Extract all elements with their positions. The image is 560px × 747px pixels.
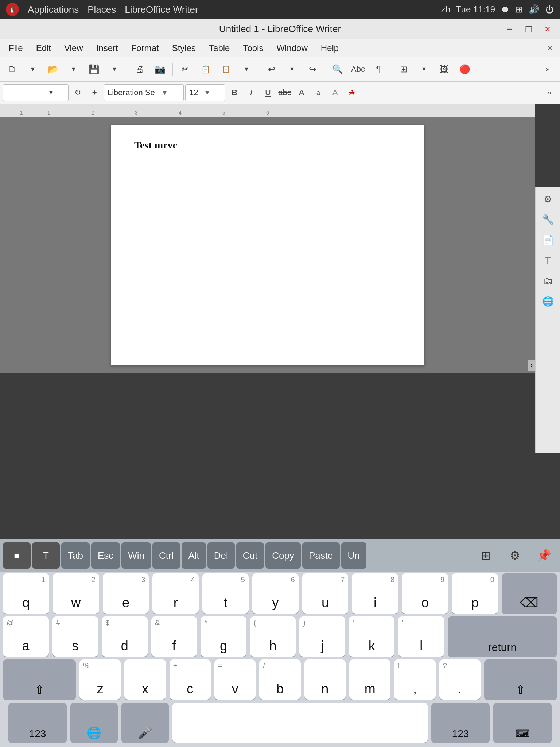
network-icon[interactable]: ⊞ xyxy=(516,4,523,15)
document-area[interactable]: Test mrvc xyxy=(0,117,535,373)
ctrl-key[interactable]: Ctrl xyxy=(152,542,180,569)
keyboard-square-button[interactable]: ■ xyxy=(3,542,31,569)
menu-tools[interactable]: Tools xyxy=(237,42,269,55)
key-i[interactable]: 8i xyxy=(352,573,398,614)
menu-view[interactable]: View xyxy=(58,42,89,55)
preview-button[interactable]: 📷 xyxy=(151,60,170,79)
undo-dropdown-button[interactable]: ▼ xyxy=(283,60,302,79)
underline-button[interactable]: U xyxy=(260,85,276,100)
scroll-right-arrow[interactable]: › xyxy=(528,360,535,371)
cut-button[interactable]: ✂ xyxy=(176,60,195,79)
table-dropdown-button[interactable]: ▼ xyxy=(415,60,433,79)
mic-key[interactable]: 🎤 xyxy=(121,703,169,743)
shift-right-key[interactable]: ⇧ xyxy=(484,659,557,700)
menu-table[interactable]: Table xyxy=(203,42,236,55)
sidebar-functions-button[interactable]: 🗂 xyxy=(538,271,557,290)
menu-window[interactable]: Window xyxy=(271,42,313,55)
font-name-dropdown-icon[interactable]: ▼ xyxy=(159,89,171,97)
hide-keyboard-key[interactable]: ⌨ xyxy=(493,703,552,743)
key-p[interactable]: 0p xyxy=(452,573,498,614)
num-key-right[interactable]: 123 xyxy=(431,703,490,743)
menu-file[interactable]: File xyxy=(3,42,29,55)
find-button[interactable]: 🔍 xyxy=(328,60,347,79)
win-key[interactable]: Win xyxy=(121,542,151,569)
key-b[interactable]: /b xyxy=(259,659,300,700)
sidebar-navigator-button[interactable]: T xyxy=(538,251,557,270)
bold-button[interactable]: B xyxy=(227,85,242,100)
font-size-box[interactable]: 12 ▼ xyxy=(185,84,225,101)
spellcheck-button[interactable]: Abc xyxy=(349,60,368,79)
un-key[interactable]: Un xyxy=(341,542,366,569)
key-q[interactable]: 1q xyxy=(3,573,49,614)
keyboard-gear-icon[interactable]: ⚙ xyxy=(502,542,528,569)
style-dropdown-icon[interactable]: ▼ xyxy=(43,85,59,100)
undo-button[interactable]: ↩ xyxy=(262,60,281,79)
menu-help[interactable]: Help xyxy=(315,42,345,55)
close-button[interactable]: × xyxy=(541,23,554,36)
document-page[interactable]: Test mrvc xyxy=(111,125,424,365)
screen-record-icon[interactable]: ⏺ xyxy=(501,4,510,15)
menu-edit[interactable]: Edit xyxy=(30,42,57,55)
key-s[interactable]: #s xyxy=(52,616,98,657)
paste-dropdown-button[interactable]: ▼ xyxy=(237,60,256,79)
keyboard-pin-icon[interactable]: 📌 xyxy=(531,542,557,569)
font-size-dropdown-icon[interactable]: ▼ xyxy=(202,89,213,97)
key-l[interactable]: "l xyxy=(398,616,444,657)
strikethrough-button[interactable]: abc xyxy=(277,85,292,100)
paragraph-style-input[interactable] xyxy=(3,88,43,97)
key-k[interactable]: 'k xyxy=(349,616,395,657)
key-j[interactable]: )j xyxy=(299,616,345,657)
open-button[interactable]: 📂 xyxy=(44,60,63,79)
menu-styles[interactable]: Styles xyxy=(166,42,202,55)
chart-button[interactable]: 🔴 xyxy=(455,60,474,79)
subscript-button[interactable]: a xyxy=(311,85,326,100)
new-style-button[interactable]: ✦ xyxy=(87,85,102,100)
del-key[interactable]: Del xyxy=(207,542,235,569)
shadow-button[interactable]: A xyxy=(327,85,343,100)
shift-left-key[interactable]: ⇧ xyxy=(3,659,76,700)
key-c[interactable]: +c xyxy=(170,659,211,700)
more-fmt-button[interactable]: » xyxy=(542,85,557,100)
sidebar-styles-button[interactable]: 🔧 xyxy=(538,210,557,229)
key-u[interactable]: 7u xyxy=(302,573,349,614)
return-key[interactable]: return xyxy=(448,616,557,657)
image-button[interactable]: 🖼 xyxy=(435,60,454,79)
globe-key[interactable]: 🌐 xyxy=(70,703,118,743)
menubar-close-icon[interactable]: × xyxy=(542,42,557,54)
keyboard-t-button[interactable]: T xyxy=(32,542,60,569)
italic-button[interactable]: I xyxy=(244,85,259,100)
key-v[interactable]: =v xyxy=(214,659,256,700)
copy-export-button[interactable]: 📋 xyxy=(196,60,215,79)
key-w[interactable]: 2w xyxy=(53,573,99,614)
key-x[interactable]: -x xyxy=(124,659,166,700)
maximize-button[interactable]: □ xyxy=(522,23,535,36)
key-r[interactable]: 4r xyxy=(152,573,199,614)
tab-key[interactable]: Tab xyxy=(61,542,90,569)
key-a[interactable]: @a xyxy=(3,616,49,657)
backspace-key[interactable]: ⌫ xyxy=(502,573,557,614)
paste-button[interactable]: 📋 xyxy=(217,60,236,79)
update-style-button[interactable]: ↻ xyxy=(70,85,85,100)
open-dropdown-button[interactable]: ▼ xyxy=(64,60,83,79)
key-comma[interactable]: !, xyxy=(394,659,435,700)
key-z[interactable]: %z xyxy=(79,659,121,700)
copy-key[interactable]: Copy xyxy=(265,542,301,569)
sidebar-search-button[interactable]: 🌐 xyxy=(538,292,557,311)
sidebar-properties-button[interactable]: ⚙ xyxy=(538,190,557,209)
cut-key[interactable]: Cut xyxy=(236,542,264,569)
color-clear-button[interactable]: A xyxy=(344,85,359,100)
menu-format[interactable]: Format xyxy=(125,42,165,55)
key-f[interactable]: &f xyxy=(151,616,197,657)
key-y[interactable]: 6y xyxy=(252,573,299,614)
redo-button[interactable]: ↪ xyxy=(303,60,322,79)
alt-key[interactable]: Alt xyxy=(182,542,206,569)
save-dropdown-button[interactable]: ▼ xyxy=(105,60,124,79)
paragraph-style-box[interactable]: ▼ xyxy=(3,84,69,101)
key-e[interactable]: 3e xyxy=(103,573,149,614)
applications-menu[interactable]: Applications xyxy=(28,4,79,15)
menu-insert[interactable]: Insert xyxy=(90,42,124,55)
places-menu[interactable]: Places xyxy=(88,4,116,15)
key-n[interactable]: n xyxy=(304,659,346,700)
volume-icon[interactable]: 🔊 xyxy=(529,4,540,15)
space-key[interactable] xyxy=(172,703,428,743)
